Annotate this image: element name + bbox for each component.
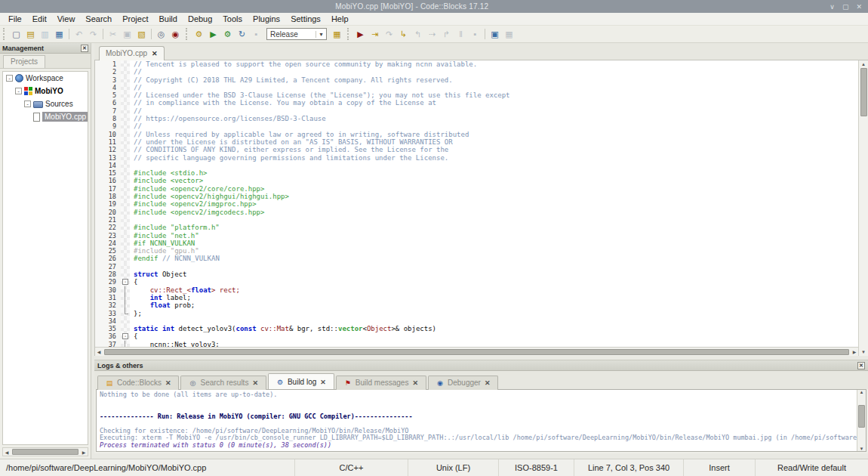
fold-margin[interactable] xyxy=(121,76,130,84)
code-text[interactable]: #include <opencv2/core/core.hpp> xyxy=(130,185,264,193)
scroll-thumb[interactable] xyxy=(12,449,78,455)
fold-margin[interactable] xyxy=(121,301,130,309)
menu-tools[interactable]: Tools xyxy=(217,14,248,23)
code-text[interactable]: // CONDITIONS OF ANY KIND, either expres… xyxy=(130,146,448,153)
fold-margin[interactable] xyxy=(121,209,130,216)
scroll-left-icon[interactable]: ◀ xyxy=(95,349,103,354)
fold-margin[interactable] xyxy=(121,263,130,270)
find-button[interactable]: ◎ xyxy=(154,27,168,41)
abort-build-button[interactable]: ▪ xyxy=(249,27,263,41)
save-button[interactable]: ▥ xyxy=(38,27,52,41)
fold-margin[interactable] xyxy=(121,122,130,130)
log-tab-build-messages[interactable]: ⚑Build messages✕ xyxy=(336,376,426,390)
scroll-thumb[interactable] xyxy=(104,349,849,355)
log-tab-search-results[interactable]: ◎Search results✕ xyxy=(180,376,266,390)
break-debugger-button[interactable]: ‖ xyxy=(454,27,468,41)
paste-button[interactable]: ▧ xyxy=(134,27,149,41)
fold-margin[interactable] xyxy=(121,294,130,301)
step-into-instruction-button[interactable]: ↱ xyxy=(439,27,454,41)
log-tab-debugger[interactable]: ◉Debugger✕ xyxy=(428,376,498,390)
code-text[interactable] xyxy=(130,263,137,270)
scroll-right-icon[interactable]: ▶ xyxy=(851,349,858,354)
code-text[interactable]: #include <vector> xyxy=(130,177,203,184)
code-text[interactable]: // in compliance with the License. You m… xyxy=(130,99,436,107)
fold-margin[interactable] xyxy=(121,91,130,99)
code-text[interactable]: // under the License is distributed on a… xyxy=(130,138,453,146)
close-icon[interactable]: ✕ xyxy=(412,379,418,387)
fold-margin[interactable] xyxy=(121,247,130,255)
menu-view[interactable]: View xyxy=(52,14,81,23)
build-and-run-button[interactable]: ⚙ xyxy=(220,27,235,41)
menu-file[interactable]: File xyxy=(3,14,27,23)
next-line-button[interactable]: ↷ xyxy=(382,27,396,41)
code-text[interactable]: #include "gpu.h" xyxy=(130,247,199,255)
close-icon[interactable]: ✕ xyxy=(856,3,862,11)
tree-expander-icon[interactable]: - xyxy=(6,75,13,82)
debugging-windows-button[interactable]: ▣ xyxy=(488,27,502,41)
fold-margin[interactable] xyxy=(121,162,130,169)
fold-margin[interactable] xyxy=(121,317,130,325)
redo-button[interactable]: ↷ xyxy=(86,27,100,41)
fold-margin[interactable] xyxy=(121,131,130,138)
new-file-button[interactable]: ▢ xyxy=(9,27,23,41)
code-text[interactable]: #include <opencv2/imgproc.hpp> xyxy=(130,200,257,208)
run-to-cursor-button[interactable]: ⇥ xyxy=(368,27,382,41)
debug-continue-button[interactable]: ▶ xyxy=(353,27,368,41)
fold-margin[interactable] xyxy=(121,278,130,286)
build-options-button[interactable]: ▦ xyxy=(330,27,344,41)
code-text[interactable]: #if NCNN_VULKAN xyxy=(130,240,195,247)
toolbar-grip[interactable] xyxy=(3,28,7,40)
maximize-icon[interactable]: ▢ xyxy=(842,3,849,11)
build-button[interactable]: ⚙ xyxy=(192,27,206,41)
save-all-button[interactable]: ▦ xyxy=(52,27,66,41)
code-text[interactable]: static int detect_yolov3(const cv::Mat& … xyxy=(130,325,436,332)
fold-margin[interactable] xyxy=(121,224,130,231)
step-into-button[interactable]: ↳ xyxy=(396,27,411,41)
scroll-thumb[interactable] xyxy=(858,405,865,428)
scroll-down-icon[interactable]: ▼ xyxy=(858,447,866,451)
next-instruction-button[interactable]: ⇢ xyxy=(425,27,439,41)
cut-button[interactable]: ✂ xyxy=(106,27,120,41)
close-icon[interactable]: ✕ xyxy=(485,379,491,387)
fold-margin[interactable] xyxy=(121,193,130,200)
scroll-right-icon[interactable]: ▶ xyxy=(80,450,88,455)
code-text[interactable]: // Unless required by applicable law or … xyxy=(130,131,469,138)
code-text[interactable]: // xyxy=(130,107,142,115)
build-target-select[interactable]: Release ▾ xyxy=(266,28,327,40)
scroll-up-icon[interactable]: ▲ xyxy=(860,60,867,68)
close-icon[interactable]: ✕ xyxy=(152,50,158,57)
tab-projects[interactable]: Projects xyxy=(3,55,45,68)
fold-margin[interactable] xyxy=(121,325,130,332)
code-text[interactable]: ncnn::Net yolov3; xyxy=(130,341,220,347)
code-text[interactable] xyxy=(130,317,137,325)
scroll-down-icon[interactable]: ▼ xyxy=(860,348,867,356)
code-text[interactable]: // xyxy=(130,122,142,130)
log-tab-code-blocks[interactable]: ▤Code::Blocks✕ xyxy=(97,376,179,390)
fold-margin[interactable] xyxy=(121,177,130,184)
fold-margin[interactable] xyxy=(121,138,130,146)
fold-margin[interactable] xyxy=(121,332,130,340)
tree-item-mobiyo[interactable]: -MobiYO xyxy=(3,85,88,97)
log-tab-build-log[interactable]: ⚙Build log✕ xyxy=(268,373,334,389)
close-icon[interactable]: ✕ xyxy=(320,379,326,386)
fold-margin[interactable] xyxy=(121,107,130,115)
copy-button[interactable]: ▣ xyxy=(120,27,134,41)
fold-margin[interactable] xyxy=(121,216,130,224)
code-text[interactable]: // Tencent is pleased to support the ope… xyxy=(130,60,477,68)
fold-margin[interactable] xyxy=(121,60,130,68)
fold-margin[interactable] xyxy=(121,146,130,153)
tree-item-mobiyo-cpp[interactable]: MobiYO.cpp xyxy=(3,110,88,123)
code-text[interactable]: #endif // NCNN_VULKAN xyxy=(130,255,220,262)
close-icon[interactable]: ✕ xyxy=(252,379,258,387)
code-text[interactable]: { xyxy=(130,332,137,340)
editor-hscrollbar[interactable]: ◀ ▶ xyxy=(95,347,858,356)
fold-margin[interactable] xyxy=(121,270,130,278)
code-text[interactable] xyxy=(130,162,137,169)
code-text[interactable] xyxy=(130,216,137,224)
fold-marker-icon[interactable] xyxy=(122,279,128,285)
scroll-left-icon[interactable]: ◀ xyxy=(3,450,11,455)
fold-margin[interactable] xyxy=(121,341,130,347)
toolbar-grip[interactable] xyxy=(186,28,189,40)
undo-button[interactable]: ↶ xyxy=(72,27,86,41)
fold-margin[interactable] xyxy=(121,185,130,193)
